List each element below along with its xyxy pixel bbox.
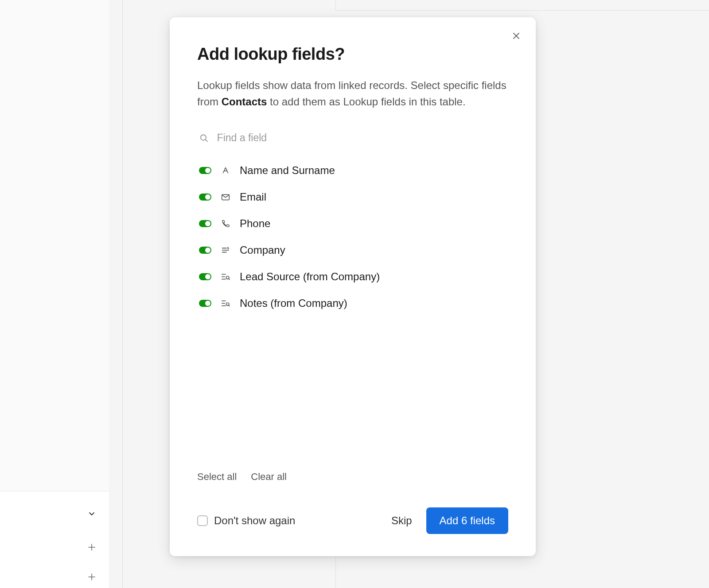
search-icon <box>199 133 209 143</box>
field-toggle[interactable] <box>199 167 211 174</box>
close-button[interactable] <box>510 30 522 42</box>
sidebar-panel <box>0 0 109 491</box>
skip-button[interactable]: Skip <box>391 514 412 527</box>
field-label: Company <box>240 244 285 256</box>
field-item: Email <box>197 184 508 210</box>
text-icon <box>220 165 231 176</box>
modal-description: Lookup fields show data from linked reco… <box>197 77 508 110</box>
checkbox-icon <box>197 515 208 526</box>
field-item: Company <box>197 237 508 263</box>
field-toggle[interactable] <box>199 220 211 227</box>
checkbox-label: Don't show again <box>214 514 295 527</box>
field-item: Lead Source (from Company) <box>197 263 508 290</box>
description-table-name: Contacts <box>222 96 267 108</box>
divider <box>335 0 336 11</box>
divider <box>335 10 709 11</box>
field-label: Email <box>240 191 266 203</box>
divider <box>122 0 123 588</box>
add-button[interactable] <box>87 543 96 552</box>
plus-icon <box>87 543 96 552</box>
phone-icon <box>220 218 231 229</box>
field-label: Lead Source (from Company) <box>240 271 380 283</box>
add-button[interactable] <box>87 573 96 581</box>
field-toggle[interactable] <box>199 247 211 254</box>
description-suffix: to add them as Lookup fields in this tab… <box>267 96 465 108</box>
select-all-button[interactable]: Select all <box>197 471 237 483</box>
modal-footer: Select all Clear all Don't show again Sk… <box>170 471 536 556</box>
add-lookup-fields-modal: Add lookup fields? Lookup fields show da… <box>170 17 536 556</box>
field-list: Name and Surname Email <box>197 157 508 317</box>
select-actions: Select all Clear all <box>197 471 508 483</box>
field-toggle[interactable] <box>199 193 211 201</box>
lookup-icon <box>220 298 231 309</box>
add-fields-button[interactable]: Add 6 fields <box>426 507 508 534</box>
modal-title: Add lookup fields? <box>197 45 508 64</box>
chevron-down-icon <box>87 509 96 518</box>
clear-all-button[interactable]: Clear all <box>251 471 287 483</box>
email-icon <box>220 192 231 202</box>
field-toggle[interactable] <box>199 300 211 307</box>
divider <box>335 555 336 588</box>
field-item: Notes (from Company) <box>197 290 508 317</box>
search-input[interactable] <box>217 132 506 144</box>
footer-buttons: Skip Add 6 fields <box>391 507 508 534</box>
field-item: Phone <box>197 210 508 237</box>
collapse-button[interactable] <box>87 509 96 518</box>
field-toggle[interactable] <box>199 273 211 280</box>
dont-show-again-checkbox[interactable]: Don't show again <box>197 514 295 527</box>
lookup-icon <box>220 271 231 282</box>
close-icon <box>512 31 521 40</box>
link-icon <box>220 245 231 255</box>
plus-icon <box>87 573 96 581</box>
field-item: Name and Surname <box>197 157 508 184</box>
search-field-row[interactable] <box>197 128 508 147</box>
field-label: Notes (from Company) <box>240 297 347 309</box>
field-label: Name and Surname <box>240 164 335 177</box>
field-label: Phone <box>240 217 270 230</box>
footer-row: Don't show again Skip Add 6 fields <box>197 507 508 534</box>
